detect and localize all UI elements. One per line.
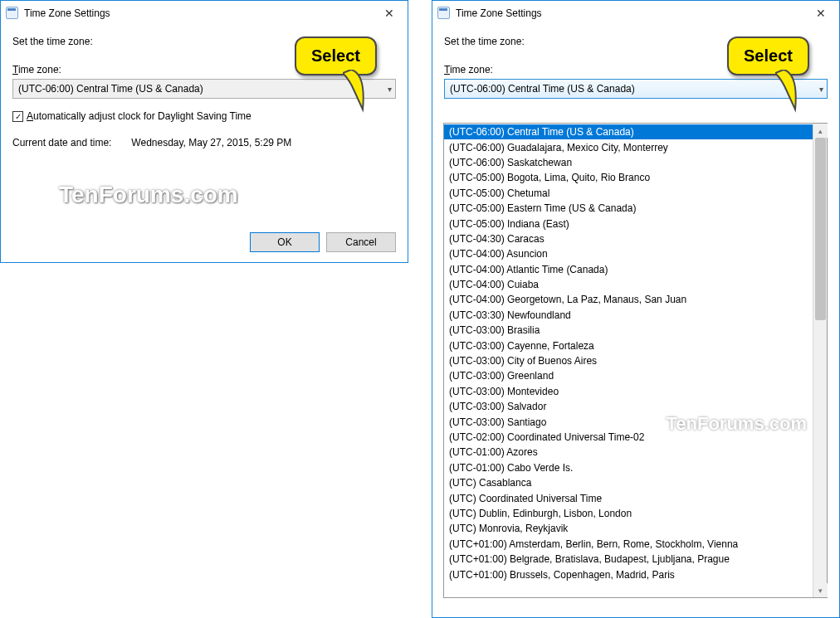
dropdown-option[interactable]: (UTC) Coordinated Universal Time [444, 490, 813, 505]
dropdown-option[interactable]: (UTC-06:00) Central Time (US & Canada) [444, 124, 813, 139]
scroll-thumb[interactable] [815, 138, 826, 320]
window-title: Time Zone Settings [24, 7, 110, 19]
timezone-label: Time zone: [444, 64, 828, 75]
timezone-label: Time zone: [12, 64, 396, 75]
dropdown-option[interactable]: (UTC-04:00) Asuncion [444, 246, 813, 261]
dropdown-option[interactable]: (UTC-03:00) Salvador [444, 399, 813, 414]
timezone-dialog-collapsed: Time Zone Settings ✕ Set the time zone: … [0, 0, 408, 263]
timezone-select-value: (UTC-06:00) Central Time (US & Canada) [18, 83, 203, 95]
dropdown-option[interactable]: (UTC-03:00) Brasilia [444, 323, 813, 338]
dropdown-option[interactable]: (UTC-03:30) Newfoundland [444, 308, 813, 323]
dst-checkbox-label: Automatically adjust clock for Daylight … [27, 110, 252, 122]
dropdown-option[interactable]: (UTC-03:00) Cayenne, Fortaleza [444, 338, 813, 353]
dropdown-option[interactable]: (UTC-02:00) Coordinated Universal Time-0… [444, 430, 813, 445]
dropdown-option[interactable]: (UTC-03:00) Greenland [444, 368, 813, 383]
dropdown-option[interactable]: (UTC-06:00) Saskatchewan [444, 155, 813, 170]
timezone-icon [437, 7, 451, 20]
timezone-icon [6, 7, 19, 20]
scroll-up-button[interactable]: ▴ [813, 124, 828, 138]
close-icon: ✕ [384, 7, 394, 20]
dropdown-option[interactable]: (UTC+01:00) Brussels, Copenhagen, Madrid… [444, 567, 813, 582]
dropdown-option[interactable]: (UTC+01:00) Belgrade, Bratislava, Budape… [444, 552, 813, 567]
watermark: TenForums.com [59, 182, 238, 208]
timezone-dropdown-list: (UTC-06:00) Central Time (US & Canada)(U… [443, 123, 828, 598]
dropdown-option[interactable]: (UTC-03:00) Montevideo [444, 384, 813, 399]
dropdown-option[interactable]: (UTC-04:00) Atlantic Time (Canada) [444, 262, 813, 277]
dropdown-option[interactable]: (UTC-04:00) Cuiaba [444, 277, 813, 292]
dropdown-option[interactable]: (UTC+01:00) Amsterdam, Berlin, Bern, Rom… [444, 537, 813, 552]
dropdown-option[interactable]: (UTC-04:00) Georgetown, La Paz, Manaus, … [444, 292, 813, 307]
dropdown-option[interactable]: (UTC) Monrovia, Reykjavik [444, 521, 813, 536]
current-datetime-row: Current date and time: Wednesday, May 27… [12, 137, 396, 148]
timezone-select[interactable]: (UTC-06:00) Central Time (US & Canada) ▾ [12, 79, 396, 99]
close-button[interactable]: ✕ [370, 1, 408, 26]
dropdown-option[interactable]: (UTC) Dublin, Edinburgh, Lisbon, London [444, 506, 813, 521]
ok-button[interactable]: OK [250, 232, 320, 252]
dropdown-option[interactable]: (UTC-03:00) Santiago [444, 414, 813, 429]
current-datetime-value: Wednesday, May 27, 2015, 5:29 PM [131, 137, 291, 148]
chevron-down-icon: ▾ [388, 85, 392, 94]
timezone-select[interactable]: (UTC-06:00) Central Time (US & Canada) ▾ [444, 79, 828, 99]
dropdown-option[interactable]: (UTC) Casablanca [444, 475, 813, 490]
dropdown-option[interactable]: (UTC-04:30) Caracas [444, 231, 813, 246]
dropdown-option[interactable]: (UTC-03:00) City of Buenos Aires [444, 353, 813, 368]
scroll-down-button[interactable]: ▾ [813, 583, 828, 597]
window-title: Time Zone Settings [456, 7, 542, 19]
dropdown-option[interactable]: (UTC-05:00) Chetumal [444, 186, 813, 201]
chevron-down-icon: ▾ [819, 85, 823, 94]
current-datetime-label: Current date and time: [12, 137, 129, 148]
titlebar[interactable]: Time Zone Settings ✕ [1, 1, 408, 26]
instruction-text: Set the time zone: [444, 36, 828, 47]
scrollbar[interactable]: ▴ ▾ [813, 124, 827, 597]
instruction-text: Set the time zone: [12, 36, 396, 47]
dropdown-option[interactable]: (UTC-05:00) Bogota, Lima, Quito, Rio Bra… [444, 170, 813, 185]
titlebar[interactable]: Time Zone Settings ✕ [432, 1, 839, 26]
dropdown-option[interactable]: (UTC-06:00) Guadalajara, Mexico City, Mo… [444, 139, 813, 154]
dropdown-option[interactable]: (UTC-05:00) Indiana (East) [444, 216, 813, 231]
timezone-select-value: (UTC-06:00) Central Time (US & Canada) [450, 83, 635, 95]
dropdown-option[interactable]: (UTC-01:00) Azores [444, 445, 813, 460]
dropdown-option[interactable]: (UTC-01:00) Cabo Verde Is. [444, 460, 813, 475]
close-button[interactable]: ✕ [802, 1, 839, 26]
dropdown-option[interactable]: (UTC-05:00) Eastern Time (US & Canada) [444, 201, 813, 216]
close-icon: ✕ [816, 7, 826, 20]
dst-checkbox[interactable]: ✓ [12, 111, 23, 122]
cancel-button[interactable]: Cancel [326, 232, 396, 252]
